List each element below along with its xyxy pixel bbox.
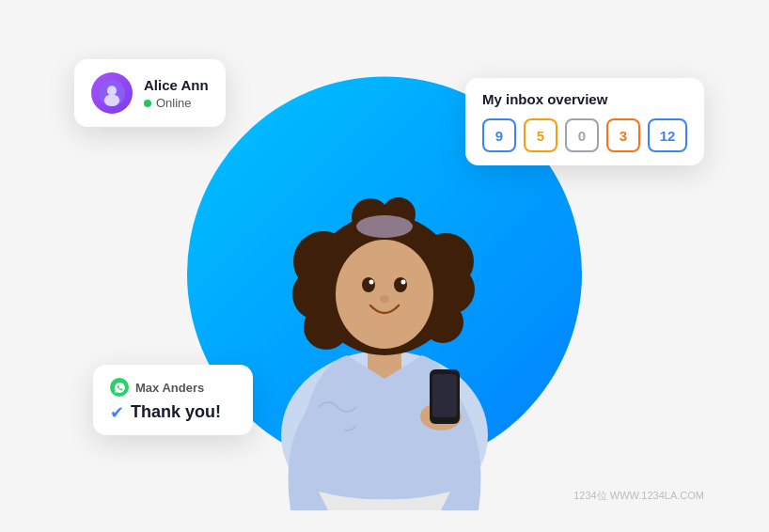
svg-rect-20 — [432, 374, 457, 417]
whatsapp-icon — [110, 378, 129, 397]
svg-point-13 — [362, 277, 375, 292]
watermark: 1234位 WWW.1234LA.COM — [573, 489, 704, 503]
alice-card: Alice Ann Online — [74, 59, 226, 127]
svg-point-16 — [401, 280, 406, 285]
alice-status: Online — [144, 96, 209, 110]
alice-avatar — [91, 72, 133, 114]
alice-info: Alice Ann Online — [144, 76, 209, 111]
status-text: Online — [156, 96, 192, 110]
scene: Alice Ann Online My inbox overview 9 5 0… — [55, 22, 714, 510]
svg-point-23 — [104, 94, 120, 106]
svg-point-12 — [336, 240, 433, 349]
inbox-title: My inbox overview — [482, 91, 687, 107]
message-text: ✔ Thank you! — [110, 402, 236, 422]
alice-name: Alice Ann — [144, 76, 209, 95]
svg-point-22 — [107, 86, 117, 95]
message-body: Thank you! — [131, 402, 221, 422]
message-card: Max Anders ✔ Thank you! — [93, 365, 253, 435]
svg-point-14 — [394, 277, 407, 292]
inbox-count-1: 9 — [482, 118, 516, 152]
inbox-numbers: 9 5 0 3 12 — [482, 118, 687, 152]
svg-point-17 — [380, 295, 389, 303]
svg-point-11 — [356, 215, 413, 238]
inbox-count-2: 5 — [524, 118, 557, 152]
sender-row: Max Anders — [110, 378, 236, 397]
online-indicator — [144, 100, 151, 107]
sender-name: Max Anders — [135, 381, 204, 395]
check-icon: ✔ — [110, 404, 124, 421]
inbox-count-4: 3 — [606, 118, 640, 152]
inbox-card: My inbox overview 9 5 0 3 12 — [465, 78, 704, 165]
inbox-count-3: 0 — [565, 118, 599, 152]
svg-point-15 — [369, 280, 374, 285]
inbox-count-5: 12 — [648, 118, 687, 152]
